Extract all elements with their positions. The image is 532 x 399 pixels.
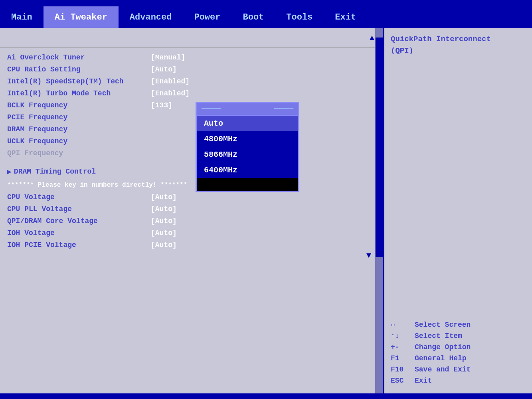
option-item[interactable]: 6400MHz <box>197 162 298 178</box>
setting-row[interactable]: IOH Voltage[Auto] <box>0 227 383 239</box>
scroll-up-arrow[interactable]: ▲ <box>370 34 374 43</box>
setting-row[interactable]: PCIE Frequency <box>0 111 383 123</box>
key-symbol: +- <box>391 343 415 351</box>
setting-label: QPI Frequency <box>7 149 151 157</box>
setting-row[interactable]: QPI Frequency <box>0 147 383 159</box>
setting-label: PCIE Frequency <box>7 113 151 121</box>
key-help: ↔Select Screen↑↓Select Item+-Change Opti… <box>391 317 526 388</box>
key-help-row: ↔Select Screen <box>391 321 526 329</box>
setting-label: CPU Ratio Setting <box>7 65 151 73</box>
setting-value: [Manual] <box>151 53 185 61</box>
setting-value: [Auto] <box>151 229 177 237</box>
setting-value: [Auto] <box>151 217 177 225</box>
scrollbar[interactable] <box>375 28 383 393</box>
menu-item-boot[interactable]: Boot <box>231 6 275 28</box>
setting-label: QPI/DRAM Core Voltage <box>7 217 151 225</box>
menu-bar: MainAi TweakerAdvancedPowerBootToolsExit <box>0 6 532 28</box>
menu-item-ai-tweaker[interactable]: Ai Tweaker <box>44 6 119 28</box>
scrollbar-thumb <box>376 38 383 257</box>
setting-value: [Enabled] <box>151 77 190 85</box>
key-symbol: ESC <box>391 377 415 385</box>
key-symbol: ↔ <box>391 321 415 329</box>
setting-row[interactable]: DRAM Frequency <box>0 123 383 135</box>
setting-label: CPU PLL Voltage <box>7 205 151 213</box>
option-item[interactable]: 5866MHz <box>197 147 298 162</box>
setting-label: Intel(R) Turbo Mode Tech <box>7 89 151 97</box>
main-content: ▲ Ai Overclock Tuner[Manual]CPU Ratio Se… <box>0 28 532 393</box>
key-help-row: +-Change Option <box>391 343 526 351</box>
key-help-row: ↑↓Select Item <box>391 332 526 340</box>
options-dash-left: ───── <box>202 105 221 113</box>
setting-row[interactable]: CPU PLL Voltage[Auto] <box>0 203 383 215</box>
setting-row[interactable]: CPU Voltage[Auto] <box>0 191 383 203</box>
key-help-row: F10Save and Exit <box>391 365 526 373</box>
section-header: ▲ <box>0 28 383 47</box>
setting-value: [Auto] <box>151 65 177 73</box>
setting-value: [Enabled] <box>151 89 190 97</box>
menu-item-advanced[interactable]: Advanced <box>119 6 183 28</box>
setting-row[interactable]: CPU Ratio Setting[Auto] <box>0 63 383 75</box>
setting-value: [133] <box>151 101 172 109</box>
bios-title <box>0 0 532 6</box>
key-desc: Save and Exit <box>415 365 471 373</box>
key-numbers-text: ******* Please key in numbers directly! … <box>0 179 383 191</box>
setting-label: BCLK Frequency <box>7 101 151 109</box>
setting-label: Intel(R) SpeedStep(TM) Tech <box>7 77 151 85</box>
setting-row[interactable]: UCLK Frequency <box>0 135 383 147</box>
key-symbol: ↑↓ <box>391 332 415 340</box>
options-popup-header: ───── ───── <box>197 103 298 116</box>
bottom-bar <box>0 393 532 399</box>
submenu-row[interactable]: ▶DRAM Timing Control <box>0 164 383 179</box>
submenu-arrow: ▶ <box>7 167 12 176</box>
setting-label: Ai Overclock Tuner <box>7 53 151 61</box>
options-items: Auto4800MHz5866MHz6400MHz <box>197 116 298 178</box>
setting-row[interactable]: BCLK Frequency[133] <box>0 99 383 111</box>
submenu-label: DRAM Timing Control <box>14 168 96 176</box>
menu-item-main[interactable]: Main <box>0 6 44 28</box>
setting-label: IOH PCIE Voltage <box>7 241 151 249</box>
setting-row[interactable]: Intel(R) Turbo Mode Tech[Enabled] <box>0 87 383 99</box>
left-panel: ▲ Ai Overclock Tuner[Manual]CPU Ratio Se… <box>0 28 384 393</box>
key-desc: Change Option <box>415 343 471 351</box>
key-desc: Select Screen <box>415 321 471 329</box>
right-info-text: QuickPath Interconnect(QPI) <box>391 34 526 56</box>
setting-label: UCLK Frequency <box>7 137 151 145</box>
key-symbol: F10 <box>391 365 415 373</box>
setting-row[interactable]: IOH PCIE Voltage[Auto] <box>0 239 383 251</box>
options-dash-right: ───── <box>274 105 293 113</box>
menu-item-tools[interactable]: Tools <box>275 6 324 28</box>
setting-row[interactable]: QPI/DRAM Core Voltage[Auto] <box>0 215 383 227</box>
key-help-row: ESCExit <box>391 377 526 385</box>
setting-label: CPU Voltage <box>7 193 151 201</box>
setting-row[interactable]: Intel(R) SpeedStep(TM) Tech[Enabled] <box>0 75 383 87</box>
setting-value: [Auto] <box>151 193 177 201</box>
setting-label: DRAM Frequency <box>7 125 151 133</box>
options-popup: ───── ───── Auto4800MHz5866MHz6400MHz <box>196 102 299 192</box>
menu-item-exit[interactable]: Exit <box>324 6 367 28</box>
right-panel: QuickPath Interconnect(QPI) ↔Select Scre… <box>384 28 532 393</box>
setting-row[interactable]: Ai Overclock Tuner[Manual] <box>0 51 383 63</box>
key-help-row: F1General Help <box>391 354 526 362</box>
menu-item-power[interactable]: Power <box>183 6 231 28</box>
settings-list: Ai Overclock Tuner[Manual]CPU Ratio Sett… <box>0 47 383 393</box>
setting-label: IOH Voltage <box>7 229 151 237</box>
setting-value: [Auto] <box>151 205 177 213</box>
key-desc: Exit <box>415 377 432 385</box>
scroll-down-arrow[interactable]: ▼ <box>366 251 371 260</box>
key-symbol: F1 <box>391 354 415 362</box>
key-desc: General Help <box>415 354 467 362</box>
options-popup-footer <box>197 178 298 191</box>
option-item[interactable]: 4800MHz <box>197 131 298 147</box>
option-item[interactable]: Auto <box>197 116 298 131</box>
key-desc: Select Item <box>415 332 462 340</box>
setting-value: [Auto] <box>151 241 177 249</box>
